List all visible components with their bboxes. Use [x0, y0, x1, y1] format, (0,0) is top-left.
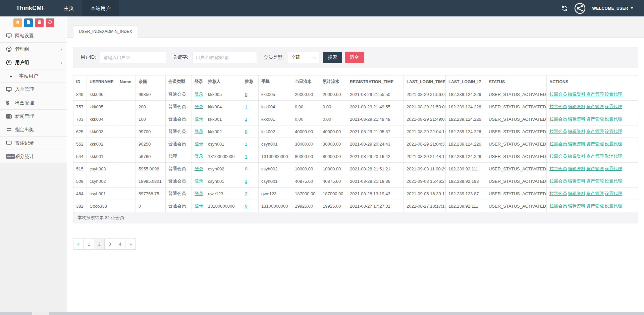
sidebar-item-9[interactable]: 投注记录	[0, 137, 67, 150]
navbar-tab[interactable]: 主页	[55, 0, 82, 16]
action-link[interactable]: 设置代理	[605, 166, 622, 171]
action-link[interactable]: 拉黑会员	[549, 191, 567, 196]
action-link[interactable]: 拉黑会员	[549, 203, 567, 208]
sidebar-item-6[interactable]: $出金管理	[0, 96, 67, 110]
sidebar-item-10[interactable]: VISA积分统计	[0, 150, 67, 163]
login-link[interactable]: 登录	[195, 92, 203, 97]
action-link[interactable]: 设置代理	[605, 92, 622, 97]
login-link[interactable]: 登录	[195, 154, 203, 159]
action-link[interactable]: 编辑资料	[568, 116, 585, 121]
avatar[interactable]	[574, 3, 586, 14]
brand-logo[interactable]: ThinkCMF	[0, 0, 55, 16]
action-link[interactable]: 资产管理	[586, 116, 604, 121]
file-button[interactable]	[24, 18, 33, 27]
ref-link[interactable]: 0	[245, 204, 247, 209]
ref-link[interactable]: 1	[245, 142, 247, 147]
horizontal-scrollbar[interactable]	[0, 312, 644, 315]
ref-link[interactable]: 0	[245, 92, 247, 97]
login-link[interactable]: 登录	[195, 178, 203, 183]
sidebar-item-4[interactable]: ▸本站用户	[0, 69, 67, 83]
navbar-tab[interactable]: 本站用户	[82, 0, 119, 16]
ref-link[interactable]: 1	[245, 117, 247, 122]
action-link[interactable]: 编辑资料	[568, 141, 585, 146]
action-link[interactable]: 设置代理	[605, 203, 622, 208]
action-link[interactable]: 设置代理	[605, 116, 622, 121]
action-link[interactable]: 设置代理	[605, 129, 622, 134]
keyword-input[interactable]	[192, 52, 257, 63]
action-link[interactable]: 拉黑会员	[549, 104, 567, 109]
action-link[interactable]: 编辑资料	[568, 104, 585, 109]
action-link[interactable]: 编辑资料	[568, 129, 585, 134]
ref-link[interactable]: 1	[245, 179, 247, 184]
action-link[interactable]: 编辑资料	[568, 191, 585, 196]
pagination-button[interactable]: 4	[115, 239, 125, 250]
action-link[interactable]: 设置代理	[605, 191, 622, 196]
sidebar-item-1[interactable]: 网站设置	[0, 29, 67, 43]
action-link[interactable]: 拉黑会员	[549, 129, 567, 134]
pagination-button[interactable]: 3	[104, 239, 115, 250]
action-link[interactable]: 拉黑会员	[549, 154, 567, 159]
login-link[interactable]: 登录	[195, 104, 203, 109]
action-link[interactable]: 编辑资料	[568, 92, 585, 97]
action-link[interactable]: 设置代理	[605, 104, 622, 109]
action-link[interactable]: 编辑资料	[568, 178, 585, 183]
sidebar-item-7[interactable]: 新闻管理	[0, 110, 67, 123]
action-link[interactable]: 资产管理	[586, 166, 604, 171]
action-link[interactable]: 拉黑会员	[549, 178, 567, 183]
cell-status: USER_STATUS_ACTIVATED	[486, 175, 547, 188]
action-link[interactable]: 资产管理	[586, 178, 604, 183]
home-button[interactable]	[13, 18, 22, 27]
cell-status: USER_STATUS_ACTIVATED	[486, 150, 547, 163]
action-link[interactable]: 资产管理	[586, 191, 604, 196]
sidebar-item-5[interactable]: 入金管理	[0, 83, 67, 96]
sidebar-item-8[interactable]: 指定出奖	[0, 123, 67, 137]
chevron-down-icon	[631, 7, 633, 9]
action-link[interactable]: 资产管理	[586, 203, 604, 208]
login-link[interactable]: 登录	[195, 116, 203, 121]
pagination-button[interactable]: 1	[84, 239, 94, 250]
scrollbar-thumb[interactable]	[32, 312, 49, 315]
action-link[interactable]: 资产管理	[586, 129, 604, 134]
action-link[interactable]: 设置代理	[605, 178, 622, 183]
cell-username: Coco333	[87, 200, 117, 212]
ref-link[interactable]: 0	[245, 129, 247, 134]
sidebar-item-2[interactable]: 管理组›	[0, 43, 67, 56]
action-link[interactable]: 编辑资料	[568, 166, 585, 171]
action-link[interactable]: 拉黑会员	[549, 141, 567, 146]
pagination-button[interactable]: 2	[94, 239, 105, 250]
login-link[interactable]: 登录	[195, 191, 203, 196]
user-menu[interactable]: WELCOME_USER	[592, 6, 633, 11]
pagination-button[interactable]: »	[125, 239, 136, 250]
clear-button[interactable]: 清空	[345, 52, 364, 63]
cell-phone: kkk004	[259, 101, 292, 113]
action-link[interactable]: 资产管理	[586, 141, 604, 146]
action-link[interactable]: 取消代理	[605, 154, 622, 159]
action-link[interactable]: 编辑资料	[568, 203, 585, 208]
login-link[interactable]: 登录	[195, 129, 203, 134]
action-link[interactable]: 资产管理	[586, 104, 604, 109]
action-link[interactable]: 拉黑会员	[549, 92, 567, 97]
ref-link[interactable]: 1	[245, 104, 247, 109]
action-link[interactable]: 编辑资料	[568, 154, 585, 159]
sidebar-item-3[interactable]: 用户组›	[0, 56, 67, 69]
login-link[interactable]: 登录	[195, 203, 203, 208]
refresh-icon[interactable]	[561, 5, 568, 11]
ref-link[interactable]: 1	[245, 154, 247, 159]
action-link[interactable]: 设置代理	[605, 141, 622, 146]
search-button[interactable]: 搜索	[323, 52, 342, 63]
login-link[interactable]: 登录	[195, 141, 203, 146]
action-link[interactable]: 资产管理	[586, 154, 604, 159]
tab-user-index[interactable]: USER_INDEXADMIN_INDEX	[73, 25, 138, 38]
ref-link[interactable]: 0	[245, 166, 247, 171]
action-link[interactable]: 资产管理	[586, 92, 604, 97]
ref-link[interactable]: 2	[245, 191, 247, 196]
action-link[interactable]: 拉黑会员	[549, 166, 567, 171]
action-link[interactable]: 拉黑会员	[549, 116, 567, 121]
trash-button[interactable]	[35, 18, 44, 27]
member-type-select[interactable]: 全部	[288, 52, 319, 63]
pagination-button[interactable]: «	[73, 239, 84, 250]
login-link[interactable]: 登录	[195, 166, 203, 171]
user-id-input[interactable]	[100, 52, 166, 63]
recycle-button[interactable]	[46, 18, 54, 27]
users-table: IDUSERNAMEName余额会员类型登录推荐人推荐手机当日流水累计流水REG…	[73, 75, 638, 212]
